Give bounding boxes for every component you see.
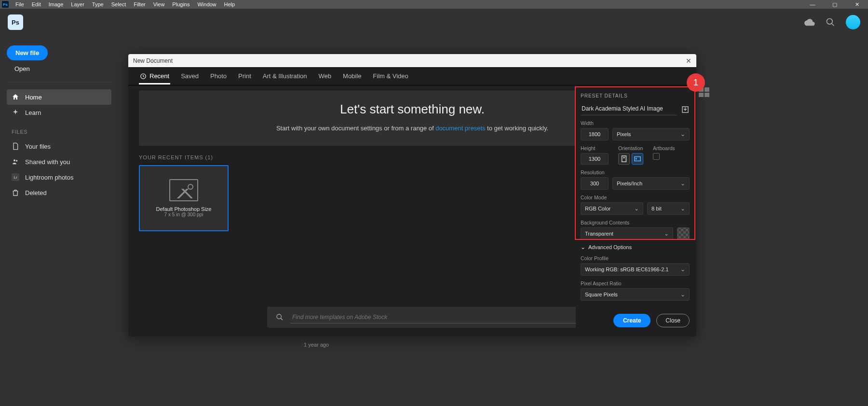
advanced-options-label: Advanced Options: [588, 244, 632, 250]
dialog-tabs: Recent Saved Photo Print Art & Illustrat…: [128, 67, 696, 85]
dialog-titlebar: New Document ✕: [128, 54, 696, 67]
preset-header: PRESET DETAILS: [581, 93, 690, 98]
orientation-label: Orientation: [618, 145, 643, 151]
chevron-down-icon: [664, 230, 669, 237]
file-icon: [12, 142, 19, 150]
tab-recent[interactable]: Recent: [139, 68, 170, 84]
recent-item-thumb-icon: [169, 179, 198, 201]
menu-view[interactable]: View: [149, 1, 169, 7]
nav-shared-label: Shared with you: [25, 158, 70, 166]
svg-line-1: [832, 24, 834, 26]
color-profile-value: Working RGB: sRGB IEC61966-2.1: [585, 266, 668, 272]
bg-swatch[interactable]: [677, 227, 690, 240]
preset-name-input[interactable]: [581, 103, 677, 115]
artboards-label: Artboards: [653, 145, 675, 151]
nav-lightroom[interactable]: Lr Lightroom photos: [7, 169, 111, 185]
tab-saved[interactable]: Saved: [180, 68, 200, 84]
menu-edit[interactable]: Edit: [28, 1, 45, 7]
width-label: Width: [581, 120, 690, 126]
colormode-label: Color Mode: [581, 195, 690, 200]
ps-badge-icon: Ps: [2, 1, 9, 8]
create-button[interactable]: Create: [613, 314, 651, 327]
svg-point-2: [14, 159, 15, 161]
resolution-unit-value: Pixels/Inch: [617, 181, 642, 186]
menu-image[interactable]: Image: [45, 1, 68, 7]
portrait-icon: [621, 155, 627, 162]
recent-item-default[interactable]: Default Photoshop Size 7 x 5 in @ 300 pp…: [139, 165, 229, 231]
tab-web[interactable]: Web: [318, 68, 333, 84]
hero-text-2: to get working quickly.: [486, 125, 549, 132]
tab-art[interactable]: Art & Illustration: [262, 68, 308, 84]
menu-file[interactable]: File: [12, 1, 28, 7]
nav-deleted[interactable]: Deleted: [7, 185, 111, 200]
open-button[interactable]: Open: [7, 60, 38, 77]
menu-filter[interactable]: Filter: [130, 1, 149, 7]
tab-photo[interactable]: Photo: [209, 68, 228, 84]
color-profile-label: Color Profile: [581, 255, 690, 261]
trash-icon: [12, 189, 19, 196]
width-input[interactable]: [581, 128, 609, 140]
timestamp: 1 year ago: [304, 342, 329, 348]
chevron-down-icon: [680, 205, 685, 212]
colormode-select[interactable]: RGB Color: [581, 202, 643, 215]
resolution-input[interactable]: [581, 177, 609, 190]
resolution-unit-select[interactable]: Pixels/Inch: [612, 177, 690, 190]
width-unit-select[interactable]: Pixels: [612, 128, 690, 140]
window-maximize-icon[interactable]: ▢: [824, 1, 846, 8]
close-button[interactable]: Close: [656, 314, 690, 327]
recent-count: (1): [205, 154, 213, 160]
bg-label: Background Contents: [581, 220, 690, 225]
home-icon: [12, 93, 19, 101]
bitdepth-value: 8 bit: [651, 206, 662, 211]
new-file-button[interactable]: New file: [7, 45, 48, 60]
left-nav: New file Open Home Learn FILES Your file…: [0, 36, 118, 200]
chevron-down-icon: [680, 266, 685, 273]
orientation-portrait-button[interactable]: [618, 153, 630, 165]
artboards-checkbox[interactable]: [653, 153, 660, 160]
lightroom-icon: Lr: [12, 173, 19, 181]
document-presets-link[interactable]: document presets: [435, 125, 485, 132]
aspect-label: Pixel Aspect Ratio: [581, 280, 690, 286]
bitdepth-select[interactable]: 8 bit: [647, 202, 690, 215]
height-input[interactable]: [581, 153, 609, 165]
cloud-icon[interactable]: [804, 18, 815, 26]
nav-shared[interactable]: Shared with you: [7, 154, 111, 169]
nav-your-files-label: Your files: [25, 143, 51, 150]
tab-recent-label: Recent: [149, 72, 169, 80]
avatar[interactable]: [846, 15, 860, 29]
color-profile-select[interactable]: Working RGB: sRGB IEC61966-2.1: [581, 263, 690, 276]
menu-window[interactable]: Window: [193, 1, 220, 7]
search-icon[interactable]: [826, 17, 835, 27]
svg-point-3: [16, 160, 17, 161]
svg-point-0: [827, 19, 833, 25]
chevron-down-icon: [634, 205, 639, 212]
window-minimize-icon[interactable]: —: [801, 1, 824, 8]
nav-home[interactable]: Home: [7, 89, 111, 105]
menu-plugins[interactable]: Plugins: [168, 1, 193, 7]
orientation-landscape-button[interactable]: [632, 153, 643, 165]
search-icon: [276, 313, 284, 321]
nav-learn[interactable]: Learn: [7, 105, 111, 120]
tab-film[interactable]: Film & Video: [372, 68, 409, 84]
nav-home-label: Home: [25, 94, 42, 101]
hero-text-1: Start with your own document settings or…: [276, 125, 435, 132]
dialog-close-icon[interactable]: ✕: [686, 57, 692, 65]
tab-print[interactable]: Print: [237, 68, 252, 84]
clock-icon: [140, 73, 147, 80]
landscape-icon: [634, 156, 641, 162]
chevron-down-icon: [680, 291, 685, 298]
menu-select[interactable]: Select: [108, 1, 130, 7]
menu-layer[interactable]: Layer: [67, 1, 88, 7]
aspect-select[interactable]: Square Pixels: [581, 288, 690, 301]
advanced-options-toggle[interactable]: Advanced Options: [581, 244, 690, 251]
save-preset-icon[interactable]: [681, 105, 690, 114]
window-close-icon[interactable]: ✕: [846, 1, 868, 8]
nav-your-files[interactable]: Your files: [7, 139, 111, 154]
files-section-label: FILES: [12, 129, 111, 135]
bg-select[interactable]: Transparent: [581, 227, 673, 240]
svg-point-5: [277, 314, 281, 319]
svg-line-6: [281, 318, 283, 320]
menu-help[interactable]: Help: [220, 1, 239, 7]
menu-type[interactable]: Type: [88, 1, 108, 7]
tab-mobile[interactable]: Mobile: [342, 68, 362, 84]
